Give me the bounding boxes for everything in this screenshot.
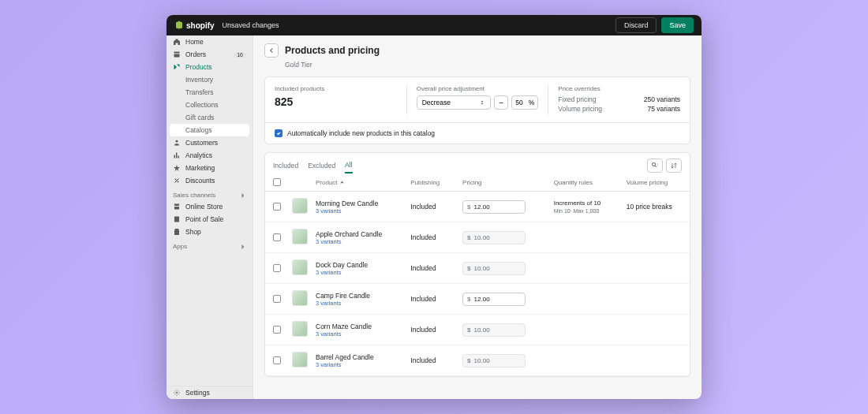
tab-all[interactable]: All bbox=[345, 158, 352, 173]
fixed-pricing-value: 250 variants bbox=[644, 95, 680, 103]
sidebar-item-discounts[interactable]: Discounts bbox=[166, 174, 253, 187]
row-checkbox[interactable] bbox=[273, 264, 281, 272]
sales-channels-section[interactable]: Sales channels bbox=[166, 187, 253, 200]
sidebar-settings[interactable]: Settings bbox=[166, 386, 253, 399]
table-row: Dock Day Candle3 variants Included $10.0… bbox=[265, 253, 690, 284]
home-icon bbox=[173, 38, 181, 46]
row-checkbox[interactable] bbox=[273, 203, 281, 211]
customers-icon bbox=[173, 139, 181, 147]
included-products-label: Included products bbox=[275, 85, 397, 92]
price-input: $10.00 bbox=[462, 231, 526, 244]
volume-pricing-value: 75 variants bbox=[647, 105, 680, 113]
arrow-left-icon bbox=[268, 47, 275, 54]
publishing-status: Included bbox=[402, 253, 455, 284]
row-checkbox[interactable] bbox=[273, 356, 281, 364]
save-button[interactable]: Save bbox=[661, 17, 694, 33]
sidebar-item-marketing[interactable]: Marketing bbox=[166, 162, 253, 174]
price-input: $10.00 bbox=[462, 262, 526, 275]
auto-include-label: Automatically include new products in th… bbox=[287, 129, 435, 137]
sidebar-channel-point-of-sale[interactable]: Point of Sale bbox=[166, 213, 253, 226]
volume-pricing-cell bbox=[619, 345, 690, 376]
svg-point-4 bbox=[653, 163, 656, 166]
tab-included[interactable]: Included bbox=[273, 159, 298, 173]
fixed-pricing-label: Fixed pricing bbox=[558, 95, 596, 103]
orders-icon bbox=[173, 50, 181, 58]
topbar: shopify Unsaved changes Discard Save bbox=[166, 15, 702, 35]
overrides-label: Price overrides bbox=[558, 85, 680, 92]
svg-point-3 bbox=[176, 392, 178, 393]
row-checkbox[interactable] bbox=[273, 233, 281, 241]
products-icon bbox=[173, 63, 181, 71]
row-checkbox[interactable] bbox=[273, 295, 281, 303]
col-qty: Quantity rules bbox=[546, 173, 619, 192]
sidebar-channel-shop[interactable]: Shop bbox=[166, 226, 253, 238]
filter-tabs: IncludedExcludedAll bbox=[265, 153, 690, 173]
price-input[interactable]: $12.00 bbox=[462, 200, 526, 214]
table-row: Corn Maze Candle3 variants Included $10.… bbox=[265, 315, 690, 345]
sidebar-sub-collections[interactable]: Collections bbox=[166, 99, 253, 111]
sidebar-item-orders[interactable]: Orders16 bbox=[166, 48, 253, 61]
settings-icon bbox=[173, 389, 181, 397]
search-filter-button[interactable] bbox=[647, 159, 663, 173]
svg-point-0 bbox=[176, 140, 178, 143]
variants-link[interactable]: 3 variants bbox=[316, 330, 395, 338]
col-publishing: Publishing bbox=[402, 173, 455, 192]
page-subtitle: Gold Tier bbox=[285, 61, 690, 69]
product-name[interactable]: Dock Day Candle bbox=[316, 261, 395, 269]
sidebar-sub-catalogs[interactable]: Catalogs bbox=[170, 124, 249, 136]
back-button[interactable] bbox=[264, 43, 279, 58]
sidebar-item-analytics[interactable]: Analytics bbox=[166, 149, 253, 162]
product-name[interactable]: Barrel Aged Candle bbox=[316, 353, 395, 361]
sidebar-item-home[interactable]: Home bbox=[166, 35, 253, 48]
variants-link[interactable]: 3 variants bbox=[316, 238, 395, 245]
volume-pricing-cell bbox=[619, 253, 690, 284]
apps-section[interactable]: Apps bbox=[166, 238, 253, 252]
price-input[interactable]: $12.00 bbox=[462, 293, 526, 306]
row-checkbox[interactable] bbox=[273, 326, 281, 334]
sidebar-item-customers[interactable]: Customers bbox=[166, 136, 253, 149]
volume-pricing-label: Volume pricing bbox=[558, 105, 602, 113]
variants-link[interactable]: 3 variants bbox=[316, 300, 395, 307]
auto-include-row: Automatically include new products in th… bbox=[265, 122, 690, 144]
chevron-updown-icon bbox=[479, 99, 485, 106]
decrease-button[interactable]: − bbox=[494, 95, 508, 110]
discard-button[interactable]: Discard bbox=[615, 17, 657, 33]
col-product[interactable]: Product bbox=[316, 179, 345, 186]
analytics-icon bbox=[173, 151, 181, 159]
adjustment-percent-input[interactable]: 50 % bbox=[511, 95, 538, 110]
discounts-icon bbox=[173, 177, 181, 185]
brand-logo: shopify bbox=[174, 21, 215, 30]
chevron-right-icon bbox=[240, 244, 246, 250]
tab-excluded[interactable]: Excluded bbox=[308, 159, 335, 173]
sidebar-sub-gift-cards[interactable]: Gift cards bbox=[166, 111, 253, 124]
variants-link[interactable]: 3 variants bbox=[316, 361, 395, 368]
variants-link[interactable]: 3 variants bbox=[316, 269, 395, 276]
publishing-status: Included bbox=[402, 345, 455, 376]
publishing-status: Included bbox=[402, 222, 455, 253]
volume-pricing-cell: 10 price breaks bbox=[619, 192, 690, 222]
adjustment-type-value: Decrease bbox=[422, 99, 451, 106]
volume-pricing-cell bbox=[619, 315, 690, 345]
sidebar-channel-online-store[interactable]: Online Store bbox=[166, 200, 253, 213]
products-table-card: IncludedExcludedAll Product Publishing P… bbox=[264, 152, 690, 377]
auto-include-checkbox[interactable] bbox=[275, 129, 282, 137]
variants-link[interactable]: 3 variants bbox=[316, 207, 395, 214]
qty-rule: Increments of 10 bbox=[554, 200, 611, 207]
sidebar-item-products[interactable]: Products bbox=[166, 61, 253, 73]
sidebar-sub-inventory[interactable]: Inventory bbox=[166, 73, 253, 86]
product-name[interactable]: Camp Fire Candle bbox=[316, 292, 395, 300]
adjustment-type-select[interactable]: Decrease bbox=[417, 95, 492, 110]
product-name[interactable]: Corn Maze Candle bbox=[316, 323, 395, 330]
publishing-status: Included bbox=[402, 284, 455, 315]
svg-point-1 bbox=[175, 179, 177, 181]
product-thumbnail bbox=[292, 290, 308, 306]
product-name[interactable]: Morning Dew Candle bbox=[316, 200, 395, 207]
volume-pricing-cell bbox=[619, 284, 690, 315]
product-name[interactable]: Apple Orchard Candle bbox=[316, 230, 395, 238]
included-products-count: 825 bbox=[275, 95, 397, 108]
sort-button[interactable] bbox=[666, 159, 682, 173]
sidebar-sub-transfers[interactable]: Transfers bbox=[166, 86, 253, 99]
select-all-checkbox[interactable] bbox=[273, 178, 281, 186]
sort-up-icon bbox=[339, 180, 345, 185]
table-row: Barrel Aged Candle3 variants Included $1… bbox=[265, 345, 690, 376]
